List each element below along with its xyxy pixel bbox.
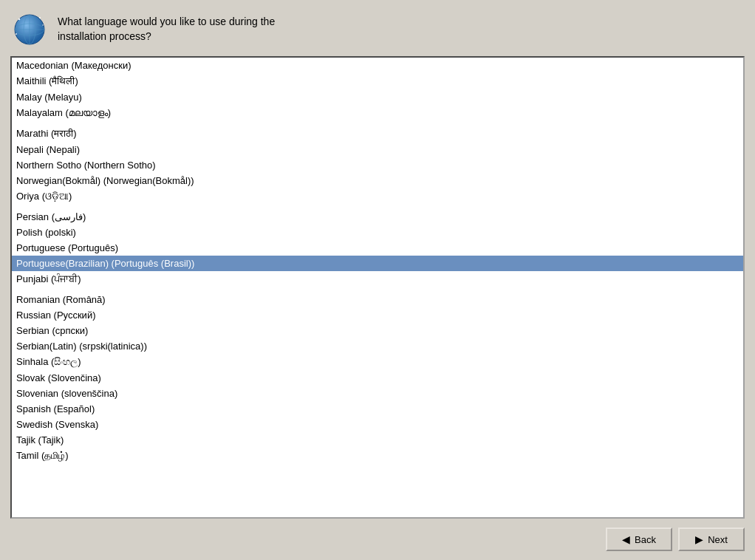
list-item[interactable]: Oriya (ଓଡ଼ିଆ) <box>12 188 743 205</box>
back-label: Back <box>635 534 656 545</box>
list-item[interactable]: Marathi (मराठी) <box>12 126 743 142</box>
list-item[interactable]: Slovenian (slovenščina) <box>12 386 743 401</box>
language-list-container: Macedonian (Македонски)Maithili (मैथिली)… <box>10 56 745 519</box>
list-item[interactable]: Swedish (Svenska) <box>12 417 743 432</box>
list-item[interactable]: Punjabi (ਪੰਜਾਬੀ) <box>12 271 743 287</box>
list-item[interactable]: Persian (فارسی) <box>12 209 743 225</box>
list-item[interactable]: Spanish (Español) <box>12 401 743 417</box>
next-button[interactable]: ▶ Next <box>678 527 745 551</box>
list-item[interactable]: Norwegian(Bokmål) (Norwegian(Bokmål)) <box>12 173 743 188</box>
svg-point-6 <box>39 17 41 18</box>
list-item[interactable]: Serbian(Latin) (srpski(latinica)) <box>12 338 743 354</box>
main-content: Macedonian (Македонски)Maithili (मैथिली)… <box>0 56 755 519</box>
installer-window: What language would you like to use duri… <box>0 0 755 560</box>
list-item[interactable]: Nepali (Nepali) <box>12 142 743 157</box>
list-item[interactable]: Portuguese (Português) <box>12 240 743 256</box>
svg-point-5 <box>18 18 20 20</box>
header: What language would you like to use duri… <box>0 0 755 56</box>
back-icon: ◀ <box>622 533 630 545</box>
list-item[interactable]: Sinhala (සිංහල) <box>12 354 743 370</box>
next-label: Next <box>708 534 728 545</box>
list-item[interactable]: Russian (Русский) <box>12 307 743 323</box>
language-list[interactable]: Macedonian (Македонски)Maithili (मैथिली)… <box>12 58 743 517</box>
header-question: What language would you like to use duri… <box>58 15 275 44</box>
list-item[interactable]: Tamil (தமிழ்) <box>12 448 743 464</box>
list-item[interactable]: Macedonian (Македонски) <box>12 58 743 73</box>
list-item[interactable]: Portuguese(Brazilian) (Português (Brasil… <box>12 256 743 271</box>
list-item[interactable]: Polish (polski) <box>12 225 743 240</box>
back-button[interactable]: ◀ Back <box>606 527 672 551</box>
footer-buttons: ◀ Back ▶ Next <box>0 519 755 560</box>
list-item[interactable]: Serbian (српски) <box>12 323 743 338</box>
list-item[interactable]: Northern Sotho (Northern Sotho) <box>12 157 743 173</box>
next-icon: ▶ <box>695 533 703 545</box>
list-item[interactable]: Romanian (Română) <box>12 292 743 307</box>
list-item[interactable]: Slovak (Slovenčina) <box>12 370 743 386</box>
installer-icon <box>12 12 47 47</box>
list-item[interactable]: Tajik (Tajik) <box>12 432 743 448</box>
svg-point-7 <box>42 24 44 26</box>
list-item[interactable]: Malayalam (മലയാളം) <box>12 105 743 121</box>
list-item[interactable]: Maithili (मैथिली) <box>12 73 743 89</box>
svg-point-8 <box>16 33 17 35</box>
list-item[interactable]: Malay (Melayu) <box>12 89 743 105</box>
